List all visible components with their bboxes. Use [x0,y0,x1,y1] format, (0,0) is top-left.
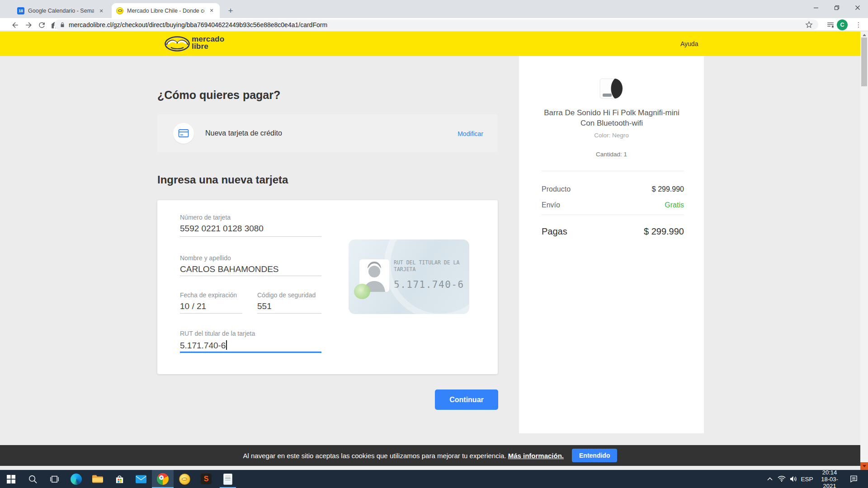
expiry-label: Fecha de expiración [180,291,237,299]
summary-total-row: Pagas $ 299.990 [542,226,684,237]
reading-list-icon[interactable] [825,20,836,30]
taskbar-notepad-button[interactable] [217,470,239,488]
page-title: ¿Cómo quieres pagar? [157,89,280,102]
taskbar-search-button[interactable] [22,470,43,488]
tray-volume-button[interactable] [788,470,799,488]
more-info-link[interactable]: Más información. [508,452,564,460]
total-value: $ 299.990 [644,226,684,237]
product-quantity: Cantidad: 1 [519,151,704,158]
tab-mercado-libre[interactable]: Mercado Libre Chile - Donde co ✕ [112,3,220,18]
taskbar-sublime-button[interactable]: S [195,470,217,488]
microsoft-store-icon [115,474,124,484]
close-button[interactable] [847,0,868,15]
product-color: Color: Negro [519,132,704,139]
site-header: mercado libre Ayuda [0,32,860,56]
start-button[interactable] [0,470,22,488]
expiry-underline [180,313,242,314]
desktop: 18 Google Calendario - Semana del ✕ Merc… [0,0,868,488]
cardholder-name-label: Nombre y apellido [180,254,231,262]
mercadolibre-favicon [116,7,123,14]
google-calendar-favicon: 18 [17,7,24,14]
window-controls [806,0,868,15]
back-button[interactable] [9,20,21,30]
summary-divider [542,215,684,215]
summary-row-product: Producto $ 299.990 [542,185,684,193]
tab-title: Mercado Libre Chile - Donde co [127,8,204,14]
product-image [599,78,625,101]
form-title: Ingresa una nueva tarjeta [157,174,288,186]
tray-language-indicator[interactable]: ESP [799,470,815,488]
product-title: Barra De Sonido Hi Fi Polk Magnifi-mini … [544,108,679,128]
browser-toolbar: mercadolibre.cl/gz/checkout/direct/buyin… [0,18,868,31]
profile-avatar[interactable]: C [836,20,848,30]
tab-close-icon[interactable]: ✕ [98,8,105,14]
summary-row-shipping: Envío Gratis [542,201,684,209]
security-code-input[interactable]: 551 [257,301,272,311]
tray-network-button[interactable] [776,470,788,488]
speaker-icon [790,476,797,482]
tab-close-icon[interactable]: ✕ [208,8,215,14]
id-card-preview: RUT DEL TITULAR DE LA TARJETA 5.171.740-… [349,239,469,314]
mercadolibre-wordmark[interactable]: mercado libre [192,36,224,50]
notepad-icon [223,474,232,485]
cookie-text: Al navegar en este sitio aceptas las coo… [243,452,564,460]
mercadolibre-logo-icon[interactable] [164,35,190,53]
clock-time: 20:14 [822,469,837,476]
restore-button[interactable] [826,0,847,15]
order-summary-panel: Barra De Sonido Hi Fi Polk Magnifi-mini … [519,56,704,433]
bookmark-star-icon[interactable] [805,21,813,28]
file-explorer-icon [92,474,104,484]
modify-link[interactable]: Modificar [458,130,483,137]
chrome-icon [157,473,169,485]
page-scrollbar[interactable] [860,31,868,470]
help-link[interactable]: Ayuda [680,40,698,47]
summary-divider [542,171,684,171]
edge-icon [71,474,82,485]
expiry-input[interactable]: 10 / 21 [180,301,206,311]
card-number-input[interactable]: 5592 0221 0128 3080 [180,224,264,234]
taskbar-mail-button[interactable] [130,470,152,488]
task-view-button[interactable] [43,470,65,488]
taskbar-chrome-button[interactable] [152,470,174,488]
reload-button[interactable] [36,20,47,30]
taskbar-store-button[interactable] [108,470,130,488]
scrollbar-thumb[interactable] [861,38,867,86]
taskbar-mercadolibre-button[interactable] [174,470,195,488]
browser-menu-icon[interactable]: ⋮ [853,20,864,30]
scroll-down-icon[interactable] [860,462,868,470]
card-number-underline [180,236,321,237]
rut-input[interactable]: 5.171.740-6 [180,340,227,351]
chevron-up-icon [767,477,773,481]
taskbar-file-explorer-button[interactable] [87,470,108,488]
id-card-rut-label: RUT DEL TITULAR DE LA TARJETA [394,259,467,273]
payment-method-label: Nueva tarjeta de crédito [205,129,282,137]
tray-show-hidden-icons[interactable] [764,470,776,488]
row-label: Producto [542,185,571,193]
url-text: mercadolibre.cl/gz/checkout/direct/buyin… [69,21,802,28]
continue-button[interactable]: Continuar [435,389,498,410]
cardholder-name-underline [180,276,321,276]
row-value-free: Gratis [665,201,684,209]
tab-google-calendar[interactable]: 18 Google Calendario - Semana del ✕ [13,4,109,18]
total-label: Pagas [542,226,567,237]
tab-title: Google Calendario - Semana del [28,8,94,14]
rut-label: RUT del titular de la tarjeta [180,330,255,337]
green-blob-decoration [354,284,370,299]
new-tab-button[interactable]: + [224,5,237,17]
tray-clock[interactable]: 20:14 18-03-2021 [815,470,844,488]
tray-action-center-button[interactable] [846,470,861,488]
forward-button[interactable] [23,20,34,30]
cardholder-name-input[interactable]: CARLOS BAHAMONDES [180,264,279,274]
cookie-accept-button[interactable]: Entendido [572,449,617,462]
sublime-text-icon: S [201,474,212,484]
taskbar-edge-button[interactable] [65,470,87,488]
windows-taskbar: S ESP 20:14 18-03-2021 [0,470,868,488]
card-number-label: Número de tarjeta [180,214,231,221]
cookie-banner: Al navegar en este sitio aceptas las coo… [0,445,860,466]
address-bar[interactable]: mercadolibre.cl/gz/checkout/direct/buyin… [54,19,818,30]
browser-tab-bar: 18 Google Calendario - Semana del ✕ Merc… [0,0,868,18]
security-code-label: Código de seguridad [257,291,316,299]
lock-icon [60,22,65,28]
minimize-button[interactable] [806,0,826,15]
payment-method-card: Nueva tarjeta de crédito Modificar [157,114,498,152]
